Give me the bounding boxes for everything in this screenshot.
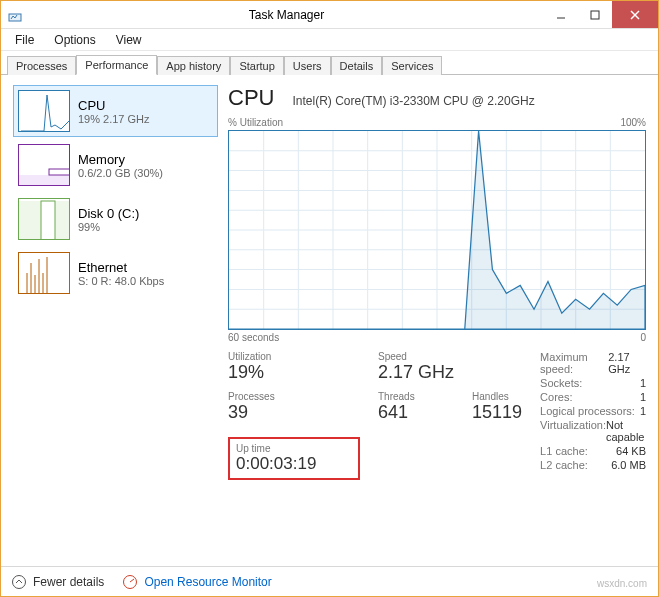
open-resource-monitor-link[interactable]: Open Resource Monitor — [122, 574, 271, 590]
chart-xend: 0 — [640, 332, 646, 343]
sidebar-item-label: CPU — [78, 98, 150, 113]
title-bar: Task Manager — [1, 1, 658, 29]
window: Task Manager File Options View Processes… — [0, 0, 659, 597]
chart-bottom-labels: 60 seconds 0 — [228, 332, 646, 343]
menu-view[interactable]: View — [106, 31, 152, 49]
tab-bar: Processes Performance App history Startu… — [1, 51, 658, 75]
stat-label: Processes — [228, 391, 360, 402]
sidebar-item-label: Disk 0 (C:) — [78, 206, 139, 221]
stat-handles: Handles 15119 — [472, 391, 522, 423]
stat-value: 641 — [378, 402, 454, 423]
cpu-chart — [228, 130, 646, 330]
stat-utilization: Utilization 19% — [228, 351, 360, 383]
stat-speed: Speed 2.17 GHz — [378, 351, 454, 383]
maximize-button[interactable] — [578, 1, 612, 28]
footer: Fewer details Open Resource Monitor — [1, 566, 658, 596]
sidebar-item-label: Memory — [78, 152, 163, 167]
sidebar-item-info: Ethernet S: 0 R: 48.0 Kbps — [78, 260, 164, 287]
stat-val: 6.0 MB — [611, 459, 646, 471]
window-title: Task Manager — [29, 8, 544, 22]
stat-key: Cores: — [540, 391, 572, 403]
stat-label: Up time — [236, 443, 352, 454]
stat-key: Logical processors: — [540, 405, 635, 417]
stat-value: 19% — [228, 362, 360, 383]
tab-users[interactable]: Users — [284, 56, 331, 75]
stat-key: Maximum speed: — [540, 351, 608, 375]
tab-performance[interactable]: Performance — [76, 55, 157, 75]
svg-rect-6 — [49, 169, 70, 175]
stat-key: Sockets: — [540, 377, 582, 389]
tab-details[interactable]: Details — [331, 56, 383, 75]
memory-thumb-icon — [18, 144, 70, 186]
stat-row: L1 cache:64 KB — [540, 445, 646, 457]
disk-thumb-icon — [18, 198, 70, 240]
svg-point-29 — [13, 575, 26, 588]
sidebar-item-sub: 99% — [78, 221, 139, 233]
sidebar-item-info: Memory 0.6/2.0 GB (30%) — [78, 152, 163, 179]
stat-label: Speed — [378, 351, 454, 362]
sidebar-item-info: Disk 0 (C:) 99% — [78, 206, 139, 233]
chart-ymax: 100% — [620, 117, 646, 128]
resource-monitor-icon — [122, 574, 138, 590]
cpu-thumb-icon — [18, 90, 70, 132]
stat-value: 2.17 GHz — [378, 362, 454, 383]
fewer-details-label: Fewer details — [33, 575, 104, 589]
chart-ylabel: % Utilization — [228, 117, 283, 128]
stat-value: 39 — [228, 402, 360, 423]
sidebar-item-sub: 0.6/2.0 GB (30%) — [78, 167, 163, 179]
window-controls — [544, 1, 658, 28]
tab-app-history[interactable]: App history — [157, 56, 230, 75]
stat-val: 1 — [640, 391, 646, 403]
ethernet-thumb-icon — [18, 252, 70, 294]
stats-right-column: Maximum speed:2.17 GHzSockets:1Cores:1Lo… — [540, 351, 646, 480]
minimize-button[interactable] — [544, 1, 578, 28]
stat-value: 15119 — [472, 402, 522, 423]
stat-processes: Processes 39 — [228, 391, 360, 423]
stat-row: Cores:1 — [540, 391, 646, 403]
stat-val: 1 — [640, 405, 646, 417]
svg-line-31 — [130, 579, 134, 582]
stat-row: Virtualization:Not capable — [540, 419, 646, 443]
sidebar-item-memory[interactable]: Memory 0.6/2.0 GB (30%) — [13, 139, 218, 191]
sidebar-item-sub: 19% 2.17 GHz — [78, 113, 150, 125]
stat-row: L2 cache:6.0 MB — [540, 459, 646, 471]
page-title: CPU — [228, 85, 274, 111]
stat-key: Virtualization: — [540, 419, 606, 443]
tab-startup[interactable]: Startup — [230, 56, 283, 75]
svg-rect-8 — [41, 201, 55, 240]
stat-row: Maximum speed:2.17 GHz — [540, 351, 646, 375]
tab-services[interactable]: Services — [382, 56, 442, 75]
app-icon — [1, 8, 29, 22]
sidebar-item-ethernet[interactable]: Ethernet S: 0 R: 48.0 Kbps — [13, 247, 218, 299]
sidebar-item-cpu[interactable]: CPU 19% 2.17 GHz — [13, 85, 218, 137]
resource-monitor-label: Open Resource Monitor — [144, 575, 271, 589]
watermark: wsxdn.com — [597, 578, 647, 589]
menu-options[interactable]: Options — [44, 31, 105, 49]
stat-label: Threads — [378, 391, 454, 402]
stat-key: L2 cache: — [540, 459, 588, 471]
svg-rect-5 — [19, 175, 70, 186]
sidebar-item-disk[interactable]: Disk 0 (C:) 99% — [13, 193, 218, 245]
stat-value: 0:00:03:19 — [236, 454, 352, 474]
header-row: CPU Intel(R) Core(TM) i3-2330M CPU @ 2.2… — [228, 85, 646, 111]
chart-top-labels: % Utilization 100% — [228, 117, 646, 128]
close-button[interactable] — [612, 1, 658, 28]
stat-label: Utilization — [228, 351, 360, 362]
stat-val: 64 KB — [616, 445, 646, 457]
chart-xstart: 60 seconds — [228, 332, 279, 343]
fewer-details-button[interactable]: Fewer details — [11, 574, 104, 590]
sidebar-item-label: Ethernet — [78, 260, 164, 275]
page-subtitle: Intel(R) Core(TM) i3-2330M CPU @ 2.20GHz — [292, 94, 534, 108]
stat-val: 2.17 GHz — [608, 351, 646, 375]
stat-row: Sockets:1 — [540, 377, 646, 389]
stat-uptime: Up time 0:00:03:19 — [228, 437, 360, 480]
tab-processes[interactable]: Processes — [7, 56, 76, 75]
stat-val: 1 — [640, 377, 646, 389]
stat-val: Not capable — [606, 419, 646, 443]
sidebar-item-sub: S: 0 R: 48.0 Kbps — [78, 275, 164, 287]
sidebar-item-info: CPU 19% 2.17 GHz — [78, 98, 150, 125]
stat-label: Handles — [472, 391, 522, 402]
menu-bar: File Options View — [1, 29, 658, 51]
menu-file[interactable]: File — [5, 31, 44, 49]
stat-threads: Threads 641 — [378, 391, 454, 423]
